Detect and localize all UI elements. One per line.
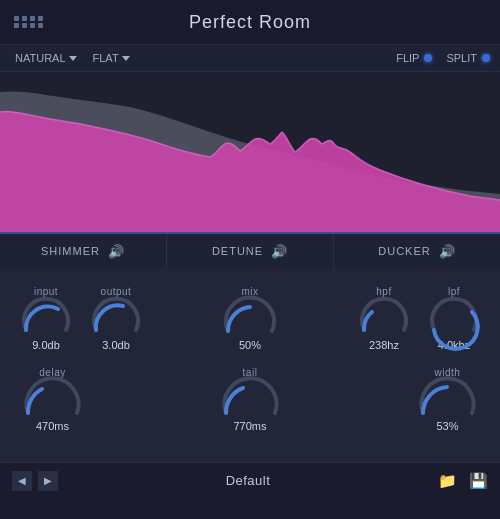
ducker-label: DUCKER	[378, 245, 430, 257]
width-group: width 53%	[415, 367, 480, 432]
flip-dot-icon	[424, 54, 432, 62]
frequency-display	[0, 72, 500, 232]
plugin-title: Perfect Room	[189, 12, 311, 33]
output-knob[interactable]	[90, 301, 142, 333]
input-value: 9.0db	[32, 339, 60, 351]
output-value: 3.0db	[102, 339, 130, 351]
split-label: SPLIT	[446, 52, 477, 64]
topbar: NATURAL FLAT FLIP SPLIT	[0, 44, 500, 72]
next-arrow-icon: ▶	[44, 475, 52, 486]
detune-label: DETUNE	[212, 245, 263, 257]
ducker-tab[interactable]: DUCKER 🔊	[334, 234, 500, 268]
hpf-value: 238hz	[369, 339, 399, 351]
prev-preset-button[interactable]: ◀	[12, 471, 32, 491]
lpf-label: lpf	[448, 286, 460, 297]
bottombar: ◀ ▶ Default 📁 💾	[0, 462, 500, 498]
topbar-right: FLIP SPLIT	[396, 52, 490, 64]
natural-chevron-icon	[69, 56, 77, 61]
prev-arrow-icon: ◀	[18, 475, 26, 486]
controls-area: input 9.0db output 3.0db	[0, 268, 500, 462]
logo	[14, 16, 44, 28]
controls-row-1: input 9.0db output 3.0db	[20, 286, 480, 351]
nav-arrows: ◀ ▶	[12, 471, 58, 491]
mix-label: mix	[241, 286, 258, 297]
flip-label: FLIP	[396, 52, 419, 64]
width-knob[interactable]	[415, 382, 480, 414]
hpf-knob-container: hpf 238hz	[358, 286, 410, 351]
header: Perfect Room	[0, 0, 500, 44]
load-preset-icon[interactable]: 📁	[438, 472, 457, 490]
detune-speaker-icon[interactable]: 🔊	[271, 244, 288, 259]
bottom-icons: 📁 💾	[438, 472, 488, 490]
lpf-knob-container: lpf 4.0khz	[428, 286, 480, 351]
lpf-knob[interactable]	[428, 301, 480, 333]
delay-value: 470ms	[36, 420, 69, 432]
input-knob[interactable]	[20, 301, 72, 333]
hpf-lpf-group: hpf 238hz lpf 4.0khz	[358, 286, 480, 351]
split-toggle[interactable]: SPLIT	[446, 52, 490, 64]
flip-toggle[interactable]: FLIP	[396, 52, 432, 64]
output-label: output	[101, 286, 132, 297]
width-knob-container: width 53%	[415, 367, 480, 432]
mix-knob[interactable]	[220, 301, 280, 333]
input-output-group: input 9.0db output 3.0db	[20, 286, 142, 351]
topbar-left: NATURAL FLAT	[10, 50, 135, 66]
natural-label: NATURAL	[15, 52, 66, 64]
mix-value: 50%	[239, 339, 261, 351]
delay-knob-container: delay 470ms	[20, 367, 85, 432]
ducker-speaker-icon[interactable]: 🔊	[439, 244, 456, 259]
mix-knob-container: mix 50%	[220, 286, 280, 351]
flat-label: FLAT	[93, 52, 119, 64]
natural-button[interactable]: NATURAL	[10, 50, 82, 66]
shimmer-label: SHIMMER	[41, 245, 100, 257]
mix-group: mix 50%	[220, 286, 280, 351]
shimmer-tab[interactable]: SHIMMER 🔊	[0, 234, 167, 268]
delay-group: delay 470ms	[20, 367, 85, 432]
tail-knob[interactable]	[218, 382, 283, 414]
hpf-knob[interactable]	[358, 301, 410, 333]
preset-name: Default	[226, 473, 271, 488]
save-preset-icon[interactable]: 💾	[469, 472, 488, 490]
input-label: input	[34, 286, 58, 297]
visualizer	[0, 72, 500, 232]
input-knob-container: input 9.0db	[20, 286, 72, 351]
tail-knob-container: tail 770ms	[218, 367, 283, 432]
tail-value: 770ms	[233, 420, 266, 432]
flat-button[interactable]: FLAT	[88, 50, 135, 66]
output-knob-container: output 3.0db	[90, 286, 142, 351]
width-value: 53%	[436, 420, 458, 432]
delay-knob[interactable]	[20, 382, 85, 414]
shimmer-speaker-icon[interactable]: 🔊	[108, 244, 125, 259]
hpf-label: hpf	[376, 286, 391, 297]
split-dot-icon	[482, 54, 490, 62]
tail-group: tail 770ms	[218, 367, 283, 432]
detune-tab[interactable]: DETUNE 🔊	[167, 234, 334, 268]
controls-row-2: delay 470ms tail	[20, 367, 480, 432]
flat-chevron-icon	[122, 56, 130, 61]
logo-dots	[14, 16, 44, 28]
next-preset-button[interactable]: ▶	[38, 471, 58, 491]
section-tabs: SHIMMER 🔊 DETUNE 🔊 DUCKER 🔊	[0, 232, 500, 268]
